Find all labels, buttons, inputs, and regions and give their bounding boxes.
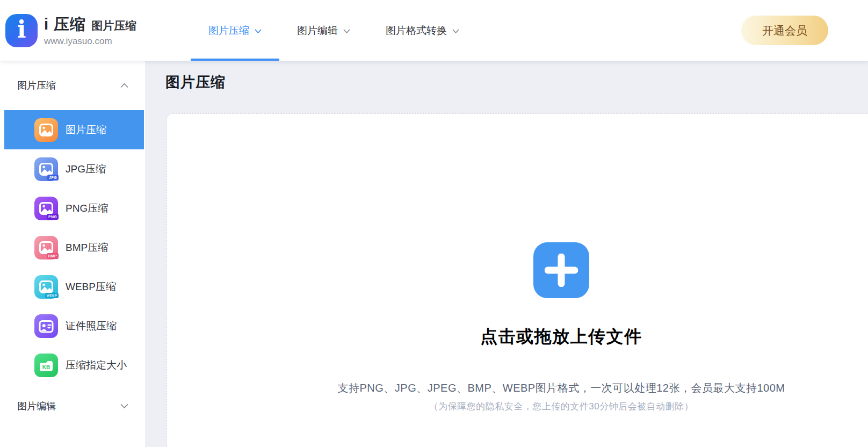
sidebar-item-label: WEBP压缩 bbox=[66, 280, 116, 294]
tab-image-edit[interactable]: 图片编辑 bbox=[279, 0, 368, 61]
section-label: 图片编辑 bbox=[17, 400, 56, 413]
dropzone-support-text: 支持PNG、JPG、JPEG、BMP、WEBP图片格式，一次可以处理12张，会员… bbox=[338, 381, 785, 395]
open-membership-button[interactable]: 开通会员 bbox=[741, 16, 828, 45]
sidebar-section-image-edit[interactable]: 图片编辑 bbox=[0, 385, 145, 428]
svg-text:KB: KB bbox=[42, 364, 50, 370]
logo-letter: i bbox=[17, 18, 26, 41]
chevron-down-icon bbox=[255, 29, 262, 34]
png-badge: PNG bbox=[47, 214, 59, 220]
sidebar-item-compress-to-size[interactable]: KB 压缩指定大小 bbox=[4, 345, 144, 385]
sidebar-item-label: PNG压缩 bbox=[66, 201, 108, 215]
chevron-down-icon bbox=[343, 29, 350, 34]
kb-folder-icon: KB bbox=[34, 354, 58, 377]
dropzone-title: 点击或拖放上传文件 bbox=[480, 325, 642, 349]
brand-block[interactable]: i i 压缩 图片压缩 www.iyasuo.com bbox=[0, 0, 185, 61]
chevron-down-icon bbox=[120, 403, 128, 409]
main-nav: 图片压缩 图片编辑 图片格式转换 bbox=[191, 0, 477, 61]
sidebar-section-image-compress[interactable]: 图片压缩 bbox=[0, 61, 145, 110]
chevron-down-icon bbox=[452, 29, 459, 34]
sidebar: 图片压缩 图片压缩 JPG JPG压缩 bbox=[0, 61, 145, 447]
jpg-compress-icon: JPG bbox=[34, 157, 58, 181]
sidebar-item-bmp-compress[interactable]: BMP BMP压缩 bbox=[4, 228, 144, 267]
id-photo-icon bbox=[34, 314, 58, 338]
tab-format-convert[interactable]: 图片格式转换 bbox=[368, 0, 477, 61]
main-content: 图片压缩 点击或拖放上传文件 支持PNG、JPG、JPEG、BMP、WEBP图片… bbox=[145, 61, 868, 447]
brand-logo-icon: i bbox=[5, 14, 38, 47]
bmp-compress-icon: BMP bbox=[34, 236, 58, 259]
sidebar-item-label: JPG压缩 bbox=[66, 162, 106, 176]
tab-image-compress[interactable]: 图片压缩 bbox=[191, 0, 279, 61]
sidebar-item-label: 证件照压缩 bbox=[66, 319, 117, 333]
sidebar-item-webp-compress[interactable]: WEBP WEBP压缩 bbox=[4, 267, 144, 306]
brand-url: www.iyasuo.com bbox=[44, 36, 136, 47]
image-compress-icon bbox=[34, 118, 58, 142]
dropzone-privacy-text: （为保障您的隐私安全，您上传的文件30分钟后会被自动删除） bbox=[429, 400, 693, 413]
sidebar-item-label: 压缩指定大小 bbox=[66, 358, 127, 372]
page-title: 图片压缩 bbox=[165, 73, 868, 92]
plus-icon bbox=[545, 254, 578, 287]
webp-compress-icon: WEBP bbox=[34, 275, 58, 299]
chevron-up-icon bbox=[120, 83, 128, 88]
tab-label: 图片压缩 bbox=[208, 24, 249, 38]
sidebar-item-id-photo-compress[interactable]: 证件照压缩 bbox=[4, 306, 144, 345]
bmp-badge: BMP bbox=[47, 253, 59, 259]
sidebar-item-png-compress[interactable]: PNG PNG压缩 bbox=[4, 189, 144, 228]
sidebar-item-label: BMP压缩 bbox=[66, 241, 108, 255]
brand-name: i 压缩 bbox=[44, 14, 86, 35]
sidebar-item-jpg-compress[interactable]: JPG JPG压缩 bbox=[4, 149, 144, 189]
upload-dropzone[interactable]: 点击或拖放上传文件 支持PNG、JPG、JPEG、BMP、WEBP图片格式，一次… bbox=[167, 113, 868, 447]
jpg-badge: JPG bbox=[47, 175, 59, 181]
sidebar-item-image-compress[interactable]: 图片压缩 bbox=[4, 110, 144, 149]
app-header: i i 压缩 图片压缩 www.iyasuo.com 图片压缩 图片编辑 图片格… bbox=[0, 0, 868, 61]
png-compress-icon: PNG bbox=[34, 197, 58, 220]
section-label: 图片压缩 bbox=[17, 79, 56, 92]
sidebar-item-label: 图片压缩 bbox=[66, 123, 106, 137]
brand-tagline: 图片压缩 bbox=[91, 18, 136, 33]
webp-badge: WEBP bbox=[45, 293, 59, 298]
add-files-button[interactable] bbox=[533, 242, 589, 298]
brand-text: i 压缩 图片压缩 www.iyasuo.com bbox=[44, 14, 136, 47]
tab-label: 图片编辑 bbox=[297, 24, 338, 38]
tab-label: 图片格式转换 bbox=[386, 24, 447, 38]
